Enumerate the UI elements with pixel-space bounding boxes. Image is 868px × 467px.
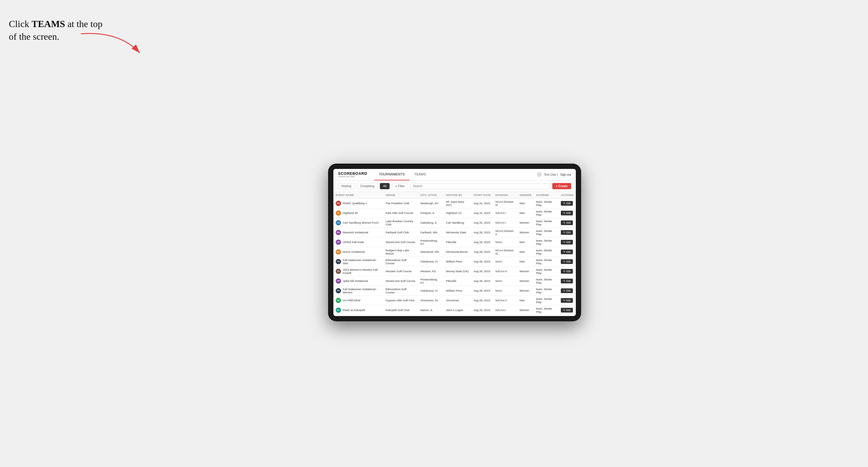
search-input[interactable] <box>410 183 550 189</box>
event-name-cell: FA Fall Statesmen Invitational - Men <box>333 257 383 266</box>
team-logo: 20 <box>336 269 341 274</box>
edit-button[interactable]: ✎ Edit <box>561 250 573 254</box>
scoring-cell: team, Stroke Play <box>534 305 558 315</box>
hosted-by-cell: Highland CC <box>444 208 471 218</box>
city-state-cell: Newburgh, NY <box>418 198 444 208</box>
team-logo: FA <box>336 259 341 264</box>
logo-area: SCOREBOARD Powered by Clippi <box>338 172 367 178</box>
event-name: Maverick Invitational <box>343 231 368 234</box>
instruction-text-bold: TEAMS <box>31 19 65 29</box>
scoring-cell: team, Stroke Play <box>534 208 558 218</box>
team-logo: VU <box>336 298 341 303</box>
hosted-by-cell: John A Logan <box>444 305 471 315</box>
filter-icon-btn[interactable]: ≡ Filter <box>392 183 408 189</box>
team-logo: FA <box>336 288 341 293</box>
event-name-cell: FA Fall Statesmen Invitational - Women <box>333 286 383 295</box>
scoring-cell: team, Stroke Play <box>534 266 558 276</box>
table-row: KL Klash at Kokopelli Kokopelli Golf Clu… <box>333 305 576 315</box>
filter-hosting-btn[interactable]: Hosting <box>338 183 354 189</box>
edit-button[interactable]: ✎ Edit <box>561 259 573 264</box>
event-name: MSMC Qualifying 1 <box>343 201 367 205</box>
table-row: VU VU PREVIEW Cypress Hills Golf Club Vi… <box>333 295 576 305</box>
city-state-cell: Vincennes, IN <box>418 295 444 305</box>
actions-cell: ✎ Edit <box>558 266 576 276</box>
venue-cell: The Powelton Club <box>383 198 418 208</box>
logo-subtitle: Powered by Clippi <box>338 176 367 178</box>
nav-tab-tournaments[interactable]: TOURNAMENTS <box>374 169 410 181</box>
venue-cell: Park Hills Golf Course <box>383 208 418 218</box>
event-name-cell: VU VU PREVIEW <box>333 295 383 305</box>
filter-icon: ≡ <box>395 185 397 188</box>
edit-button[interactable]: ✎ Edit <box>561 269 573 274</box>
gender-cell: Women <box>517 286 534 295</box>
gender-cell: Men <box>517 247 534 257</box>
event-name: upike fall invitational <box>343 279 368 282</box>
scoring-cell: team, Stroke Play <box>534 218 558 227</box>
instruction-text-prefix: Click <box>9 19 31 29</box>
division-cell: NAIA <box>493 257 517 266</box>
hosted-by-cell: William Penn <box>444 286 471 295</box>
table-row: UP upike fall invitational StoneCrest Go… <box>333 276 576 286</box>
gender-cell: Men <box>517 295 534 305</box>
col-venue: VENUE <box>383 192 418 199</box>
event-name: VU PREVIEW <box>343 299 361 302</box>
venue-cell: StoneCrest Golf Course <box>383 237 418 247</box>
division-cell: NCAA Division II <box>493 227 517 237</box>
filter-competing-btn[interactable]: Competing <box>357 183 377 189</box>
start-date-cell: Aug 26, 2023 <box>471 218 493 227</box>
start-date-cell: Aug 28, 2023 <box>471 257 493 266</box>
create-button[interactable]: + Create <box>552 183 571 189</box>
team-logo: HI <box>336 210 341 216</box>
actions-cell: ✎ Edit <box>558 247 576 257</box>
edit-button[interactable]: ✎ Edit <box>561 240 573 245</box>
col-division: DIVISION <box>493 192 517 199</box>
table-row: FA Fall Statesmen Invitational - Women E… <box>333 286 576 295</box>
nav-tabs: TOURNAMENTS TEAMS <box>374 169 537 181</box>
table-row: HI Highland 36 Park Hills Golf Course Fr… <box>333 208 576 218</box>
actions-cell: ✎ Edit <box>558 276 576 286</box>
edit-button[interactable]: ✎ Edit <box>561 230 573 235</box>
event-name: Fall Statesmen Invitational - Women <box>343 287 381 294</box>
filter-all-btn[interactable]: All <box>380 183 390 189</box>
tournaments-table-wrapper: EVENT NAME VENUE CITY, STATE HOSTED BY S… <box>333 192 576 316</box>
table-row: CA Carl Sandburg Women FA23 Lake Bracken… <box>333 218 576 227</box>
start-date-cell: Aug 28, 2023 <box>471 295 493 305</box>
edit-button[interactable]: ✎ Edit <box>561 220 573 225</box>
nav-tab-teams[interactable]: TEAMS <box>410 169 431 181</box>
table-row: 20 2023 Women's Hesston Fall Kickoff Hes… <box>333 266 576 276</box>
logo-title: SCOREBOARD <box>338 172 367 176</box>
division-cell: NCAA Division III <box>493 247 517 257</box>
edit-button[interactable]: ✎ Edit <box>561 298 573 303</box>
tournaments-table: EVENT NAME VENUE CITY, STATE HOSTED BY S… <box>333 192 576 315</box>
table-row: UP UPIKE Fall Invite StoneCrest Golf Cou… <box>333 237 576 247</box>
actions-cell: ✎ Edit <box>558 295 576 305</box>
gender-cell: Women <box>517 276 534 286</box>
hosted-by-cell: Minnesota State <box>444 227 471 237</box>
event-name: Fall Statesmen Invitational - Men <box>343 258 381 265</box>
edit-button[interactable]: ✎ Edit <box>561 201 573 206</box>
scoring-cell: team, Stroke Play <box>534 276 558 286</box>
instruction-container: Click TEAMS at the top of the screen. <box>9 18 109 43</box>
venue-cell: Kokopelli Golf Club <box>383 305 418 315</box>
gear-icon[interactable] <box>537 172 542 177</box>
signout-link[interactable]: Sign out <box>560 173 571 176</box>
hosted-by-cell: Pikeville <box>444 237 471 247</box>
actions-cell: ✎ Edit <box>558 257 576 266</box>
event-name-cell: 20 2023 Women's Hesston Fall Kickoff <box>333 266 383 276</box>
event-name-cell: MS MSMC Qualifying 1 <box>333 198 383 208</box>
col-event-name: EVENT NAME <box>333 192 383 199</box>
event-name: Carl Sandburg Women FA23 <box>343 221 378 224</box>
edit-button[interactable]: ✎ Edit <box>561 288 573 293</box>
hosted-by-cell: Vincennes <box>444 295 471 305</box>
gender-cell: Men <box>517 198 534 208</box>
division-cell: NAIA <box>493 276 517 286</box>
team-logo: UP <box>336 240 341 245</box>
table-row: MS MSMC Qualifying 1 The Powelton Club N… <box>333 198 576 208</box>
edit-button[interactable]: ✎ Edit <box>561 279 573 283</box>
edit-button[interactable]: ✎ Edit <box>561 211 573 215</box>
edit-button[interactable]: ✎ Edit <box>561 308 573 312</box>
actions-cell: ✎ Edit <box>558 305 576 315</box>
table-row: MA Maverick Invitational Faribault Golf … <box>333 227 576 237</box>
division-cell: NJCAA I <box>493 305 517 315</box>
col-hosted-by: HOSTED BY <box>444 192 471 199</box>
